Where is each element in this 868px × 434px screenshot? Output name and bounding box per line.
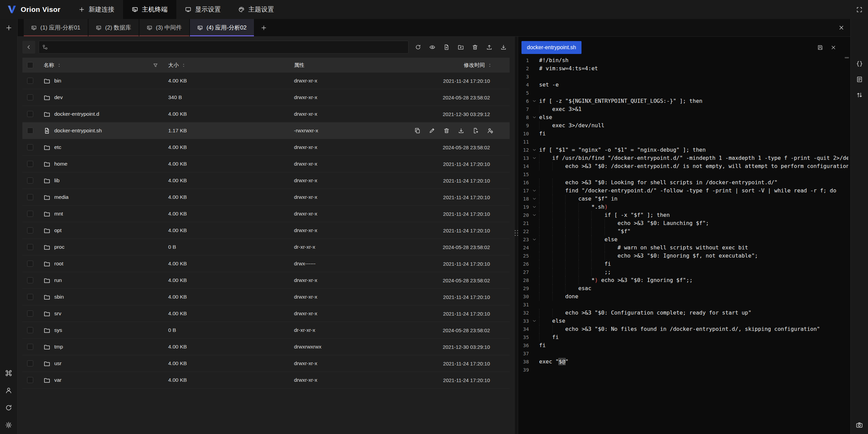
terminal-tab-2[interactable]: (2) 数据库 (88, 19, 139, 36)
path-input[interactable] (39, 41, 409, 54)
sort-icon[interactable] (57, 63, 61, 68)
refresh-button[interactable] (412, 41, 424, 53)
row-checkbox[interactable] (27, 294, 33, 300)
code-line: 32echo >&3 "$0: Configuration complete; … (518, 309, 848, 317)
column-header-size[interactable]: 大小 (168, 62, 294, 69)
row-checkbox[interactable] (27, 211, 33, 217)
new-tab-button[interactable] (255, 19, 273, 36)
fold-toggle[interactable] (530, 317, 539, 325)
code-area[interactable]: 1#!/bin/sh2# vim:sw=4:ts=4:et34set -e56i… (518, 56, 848, 434)
file-delete-button[interactable] (443, 128, 450, 134)
close-panel-button[interactable] (839, 19, 844, 36)
row-checkbox[interactable] (27, 327, 33, 333)
row-checkbox[interactable] (27, 177, 33, 184)
sort-icon[interactable] (488, 63, 492, 68)
row-checkbox[interactable] (27, 360, 33, 366)
file-row-dev[interactable]: dev340 Bdrwxr-xr-x2024-05-28 23:58:02 (22, 89, 510, 106)
column-header-mtime[interactable]: 修改时间 (399, 62, 510, 69)
download-button[interactable] (497, 41, 510, 53)
file-row-docker-entrypoint.d[interactable]: docker-entrypoint.d4.00 KBdrwxr-xr-x2021… (22, 106, 510, 122)
editor-file-tab[interactable]: docker-entrypoint.sh (521, 41, 581, 54)
fold-toggle[interactable] (530, 97, 539, 105)
row-checkbox[interactable] (27, 194, 33, 200)
sync-button[interactable] (5, 404, 12, 411)
file-row-sbin[interactable]: sbin4.00 KBdrwxr-xr-x2021-11-24 17:20:10 (22, 289, 510, 305)
row-checkbox[interactable] (27, 78, 33, 84)
file-list-button[interactable] (856, 76, 863, 83)
file-row-media[interactable]: media4.00 KBdrwxr-xr-x2021-11-24 17:20:1… (22, 189, 510, 206)
row-checkbox[interactable] (27, 310, 33, 317)
row-checkbox[interactable] (27, 277, 33, 283)
user-button[interactable] (5, 387, 12, 394)
file-row-root[interactable]: root4.00 KBdrwx------2021-11-24 17:20:10 (22, 256, 510, 272)
row-checkbox[interactable] (27, 344, 33, 350)
commands-button[interactable] (5, 370, 12, 377)
transfer-button[interactable] (856, 92, 863, 98)
file-download-button[interactable] (458, 128, 464, 134)
file-row-etc[interactable]: etc4.00 KBdrwxr-xr-x2024-05-28 23:58:02 (22, 139, 510, 156)
brand[interactable]: Orion Visor (0, 0, 70, 19)
menu-theme-settings[interactable]: 主题设置 (230, 0, 283, 19)
editor-close-button[interactable] (831, 45, 836, 50)
file-row-opt[interactable]: opt4.00 KBdrwxr-xr-x2021-11-24 17:20:10 (22, 222, 510, 239)
sort-icon[interactable] (181, 63, 186, 68)
fold-toggle[interactable] (530, 203, 539, 211)
fullscreen-button[interactable] (850, 0, 868, 19)
variables-button[interactable] (856, 60, 863, 67)
row-checkbox[interactable] (27, 144, 33, 150)
file-row-bin[interactable]: bin4.00 KBdrwxr-xr-x2021-11-24 17:20:10 (22, 73, 510, 89)
file-permission-button[interactable] (487, 128, 493, 134)
row-checkbox[interactable] (27, 377, 33, 383)
file-row-sys[interactable]: sys0 Bdr-xr-xr-x2024-05-28 23:58:02 (22, 322, 510, 339)
file-row-var[interactable]: var4.00 KBdrwxr-xr-x2021-11-24 17:20:10 (22, 372, 510, 389)
filter-icon[interactable] (153, 63, 158, 68)
row-checkbox[interactable] (27, 111, 33, 117)
fold-toggle[interactable] (530, 187, 539, 195)
rail-new-button[interactable] (5, 24, 12, 31)
row-checkbox[interactable] (27, 94, 33, 100)
file-row-proc[interactable]: proc0 Bdr-xr-xr-x2024-05-28 23:58:02 (22, 239, 510, 256)
menu-host-terminal[interactable]: 主机终端 (123, 0, 176, 19)
upload-button[interactable] (483, 41, 495, 53)
column-header-name[interactable]: 名称 (39, 62, 168, 69)
file-row-lib[interactable]: lib4.00 KBdrwxr-xr-x2021-11-24 17:20:10 (22, 172, 510, 189)
delete-button[interactable] (469, 41, 481, 53)
settings-button[interactable] (5, 421, 12, 429)
fold-toggle[interactable] (530, 235, 539, 244)
new-folder-button[interactable] (455, 41, 467, 53)
file-edit-button[interactable] (429, 128, 435, 134)
row-checkbox[interactable] (27, 161, 33, 167)
editor-scrollbar[interactable] (845, 57, 849, 58)
fold-toggle[interactable] (530, 195, 539, 203)
row-checkbox[interactable] (27, 244, 33, 250)
file-row-run[interactable]: run4.00 KBdrwxr-xr-x2024-05-28 23:58:02 (22, 272, 510, 289)
select-all-checkbox[interactable] (27, 62, 33, 68)
terminal-tab-4[interactable]: (4) 应用-分析02 (190, 19, 255, 36)
fold-toggle[interactable] (530, 146, 539, 154)
column-header-attr[interactable]: 属性 (294, 62, 399, 69)
file-row-mnt[interactable]: mnt4.00 KBdrwxr-xr-x2021-11-24 17:20:10 (22, 206, 510, 222)
terminal-tab-3[interactable]: (3) 中间件 (139, 19, 190, 36)
file-row-home[interactable]: home4.00 KBdrwxr-xr-x2021-11-24 17:20:10 (22, 156, 510, 172)
new-file-button[interactable] (440, 41, 453, 53)
file-row-docker-entrypoint.sh[interactable]: docker-entrypoint.sh1.17 KB-rwxrwxr-x (22, 122, 510, 139)
terminal-tab-1[interactable]: (1) 应用-分析01 (24, 19, 88, 36)
file-move-button[interactable] (473, 128, 479, 134)
fold-toggle[interactable] (530, 154, 539, 162)
file-row-srv[interactable]: srv4.00 KBdrwxr-xr-x2021-11-24 17:20:10 (22, 305, 510, 322)
menu-new-connection[interactable]: 新建连接 (70, 0, 123, 19)
fold-toggle[interactable] (530, 211, 539, 219)
screenshot-button[interactable] (856, 421, 863, 429)
panel-splitter[interactable] (514, 37, 518, 434)
file-row-usr[interactable]: usr4.00 KBdrwxr-xr-x2021-11-24 17:20:10 (22, 355, 510, 372)
save-button[interactable] (817, 44, 823, 51)
back-button[interactable] (22, 41, 35, 54)
fold-toggle[interactable] (530, 113, 539, 121)
file-copy-button[interactable] (414, 128, 420, 134)
file-row-tmp[interactable]: tmp4.00 KBdrwxrwxrwx2021-12-30 03:29:10 (22, 339, 510, 355)
row-checkbox[interactable] (27, 261, 33, 267)
preview-button[interactable] (426, 41, 438, 53)
row-checkbox[interactable] (27, 227, 33, 233)
row-checkbox[interactable] (27, 128, 33, 134)
menu-display-settings[interactable]: 显示设置 (176, 0, 230, 19)
